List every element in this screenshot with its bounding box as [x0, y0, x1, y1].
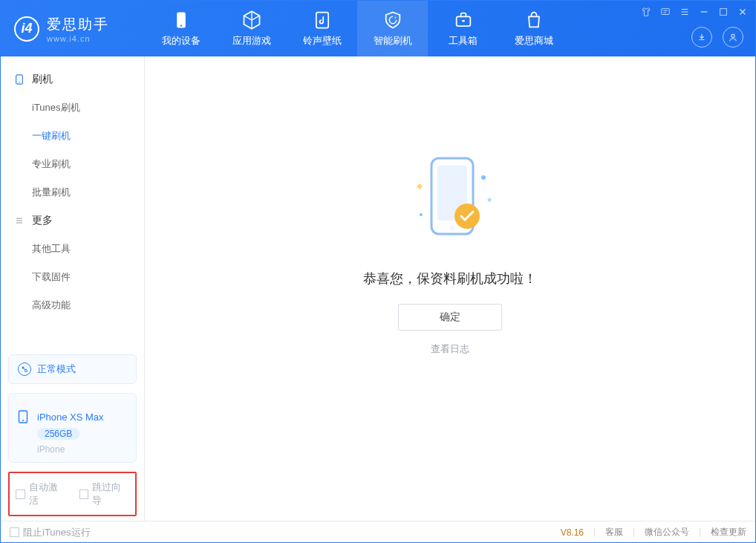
sidebar-group-flash: 刷机: [1, 65, 144, 94]
tab-ringtone-wallpaper[interactable]: 铃声壁纸: [287, 1, 357, 56]
tab-toolbox[interactable]: 工具箱: [428, 1, 498, 56]
device-name[interactable]: iPhone XS Max: [18, 410, 127, 423]
svg-point-18: [481, 175, 486, 180]
svg-rect-5: [662, 9, 670, 15]
svg-rect-6: [720, 9, 727, 16]
logo-icon: i4: [14, 16, 39, 42]
sidebar-item-advanced[interactable]: 高级功能: [1, 291, 144, 319]
sidebar-item-batch-flash[interactable]: 批量刷机: [1, 178, 144, 207]
app-title: 爱思助手: [47, 15, 109, 34]
status-bar: 阻止iTunes运行 V8.16 客服 微信公众号 检查更新: [1, 521, 755, 543]
device-phone-icon: [18, 410, 31, 423]
close-icon[interactable]: [737, 7, 748, 17]
shield-sync-icon: [382, 10, 403, 30]
phone-icon: [14, 74, 25, 85]
tab-store[interactable]: 爱思商城: [498, 1, 569, 56]
svg-point-16: [450, 226, 454, 230]
music-file-icon: [312, 10, 333, 30]
checkbox-icon: [10, 527, 19, 537]
header: i4 爱思助手 www.i4.cn 我的设备 应用游戏 铃声壁纸 智能刷机 工具…: [1, 1, 755, 56]
list-icon: [14, 215, 25, 226]
svg-point-13: [22, 420, 24, 421]
svg-point-9: [19, 82, 19, 82]
download-icon: [697, 32, 707, 42]
success-illustration: [394, 148, 506, 252]
device-info-box: iPhone XS Max 256GB iPhone: [8, 393, 137, 463]
sidebar-item-pro-flash[interactable]: 专业刷机: [1, 150, 144, 178]
sidebar-item-itunes-flash[interactable]: iTunes刷机: [1, 94, 144, 122]
app-domain: www.i4.cn: [47, 34, 109, 43]
download-button[interactable]: [691, 27, 712, 48]
status-link-wechat[interactable]: 微信公众号: [645, 526, 689, 539]
checkbox-icon: [79, 490, 89, 499]
device-mode-box: 正常模式: [8, 354, 137, 384]
tab-smart-flash[interactable]: 智能刷机: [357, 1, 428, 56]
sidebar-item-oneclick-flash[interactable]: 一键刷机: [1, 122, 144, 150]
header-action-icons: [691, 27, 743, 48]
success-message: 恭喜您，保资料刷机成功啦！: [363, 270, 537, 287]
minimize-icon[interactable]: [699, 7, 709, 17]
device-storage: 256GB: [37, 428, 79, 440]
options-highlight-box: 自动激活 跳过向导: [8, 472, 137, 516]
checkbox-skip-guide[interactable]: 跳过向导: [79, 481, 130, 507]
sidebar-item-download-firmware[interactable]: 下载固件: [1, 263, 144, 291]
view-log-link[interactable]: 查看日志: [431, 342, 469, 356]
checkbox-icon: [16, 490, 25, 499]
ok-button[interactable]: 确定: [398, 304, 502, 331]
checkbox-block-itunes[interactable]: 阻止iTunes运行: [10, 526, 91, 539]
sidebar: 刷机 iTunes刷机 一键刷机 专业刷机 批量刷机 更多 其他工具 下载固件 …: [1, 56, 145, 521]
mode-icon: [18, 362, 31, 376]
menu-icon[interactable]: [680, 7, 690, 17]
svg-point-1: [180, 25, 181, 26]
window-controls: [641, 7, 748, 17]
briefcase-icon: [453, 10, 474, 30]
shirt-icon[interactable]: [641, 7, 651, 17]
svg-rect-2: [316, 13, 328, 28]
bag-icon: [524, 10, 544, 30]
device-mode[interactable]: 正常模式: [18, 362, 127, 376]
cube-icon: [241, 10, 262, 30]
version-label: V8.16: [561, 527, 584, 538]
checkbox-auto-activate[interactable]: 自动激活: [16, 481, 66, 507]
user-button[interactable]: [723, 27, 743, 48]
main-content: 恭喜您，保资料刷机成功啦！ 确定 查看日志: [145, 56, 755, 521]
svg-point-7: [731, 34, 734, 37]
sidebar-group-more: 更多: [1, 207, 144, 235]
tab-my-device[interactable]: 我的设备: [146, 1, 216, 56]
status-link-support[interactable]: 客服: [605, 526, 623, 539]
svg-point-19: [420, 213, 423, 216]
device-icon: [171, 10, 192, 30]
sidebar-item-other-tools[interactable]: 其他工具: [1, 235, 144, 263]
user-icon: [728, 32, 738, 42]
svg-rect-4: [462, 20, 465, 22]
status-link-update[interactable]: 检查更新: [711, 526, 746, 539]
main-tabs: 我的设备 应用游戏 铃声壁纸 智能刷机 工具箱 爱思商城: [146, 1, 569, 56]
feedback-icon[interactable]: [660, 7, 671, 17]
logo: i4 爱思助手 www.i4.cn: [1, 15, 146, 43]
device-type: iPhone: [37, 444, 127, 455]
maximize-icon[interactable]: [718, 7, 729, 17]
tab-apps-games[interactable]: 应用游戏: [216, 1, 287, 56]
